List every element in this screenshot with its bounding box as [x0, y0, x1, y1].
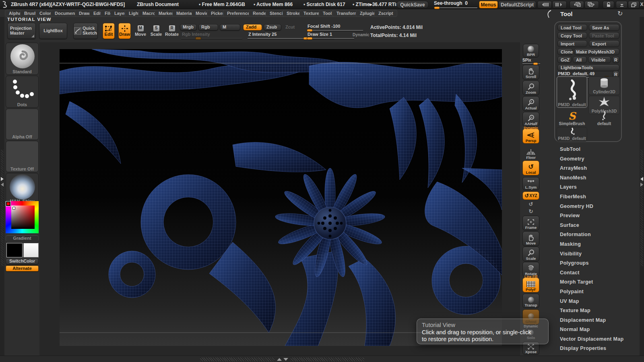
move-view-button[interactable]: Move [522, 231, 539, 246]
section-normal-map[interactable]: Normal Map [554, 325, 640, 335]
quicksave-button[interactable]: QuickSave [396, 1, 429, 8]
rotate-z-button[interactable]: ↻ [522, 208, 539, 215]
tray-open-arrow-right[interactable] [640, 177, 643, 181]
lock-button[interactable] [603, 1, 614, 8]
move-button[interactable]: M Move [134, 23, 147, 39]
menu-zscript[interactable]: Zscript [374, 10, 397, 17]
tool-thumb-simplebrush[interactable]: S SimpleBrush [557, 109, 587, 126]
copy-tool-button[interactable]: Copy Tool [557, 32, 587, 39]
left-tray-strip[interactable] [0, 17, 4, 356]
palette-reset-icon[interactable]: ↻ [617, 10, 623, 17]
bottom-tray-divider[interactable] [200, 358, 275, 361]
section-arraymesh[interactable]: ArrayMesh [554, 164, 640, 173]
section-deformation[interactable]: Deformation [554, 230, 640, 240]
rotate-y-button[interactable]: ↺ [522, 201, 539, 208]
tray-open-arrow[interactable] [1, 177, 4, 181]
focal-shift-slider[interactable]: Focal Shift -100 [307, 24, 363, 31]
tool-thumb-default[interactable]: default [588, 109, 620, 126]
scroll-button[interactable]: Scroll [522, 65, 539, 80]
see-through-slider[interactable]: See-through 0 [434, 0, 477, 8]
section-morph-target[interactable]: Morph Target [554, 278, 640, 287]
draw-size-slider[interactable]: Draw Size 1 [307, 32, 354, 39]
section-contact[interactable]: Contact [554, 268, 640, 278]
section-uv-map[interactable]: UV Map [554, 297, 640, 306]
local-button[interactable]: ↺ Local [522, 160, 539, 175]
sculpt-canvas[interactable] [60, 49, 502, 346]
lsym-button[interactable]: L.Sym [522, 177, 539, 190]
floor-button[interactable]: Floor [522, 145, 539, 160]
rgb-intensity-handle[interactable] [195, 37, 201, 40]
right-tray-strip[interactable] [640, 17, 644, 356]
tray-close-arrow-right[interactable] [640, 183, 643, 187]
scale-view-button[interactable]: Scale [522, 247, 539, 261]
current-alpha-tile[interactable]: Alpha Off [6, 109, 39, 140]
prev-window-button[interactable] [570, 1, 584, 8]
tray-close-arrow[interactable] [1, 183, 4, 187]
rgb-button[interactable]: Rgb [198, 24, 218, 31]
export-button[interactable]: Export [589, 40, 619, 47]
visible-button[interactable]: Visible [588, 56, 611, 63]
quick-sketch-button[interactable]: QuickSketch [73, 23, 98, 39]
section-layers[interactable]: Layers [554, 183, 640, 192]
section-nanomesh[interactable]: NanoMesh [554, 173, 640, 183]
tool-thumb-cylinder3d[interactable]: Cylinder3D [588, 76, 620, 95]
make-polymesh3d-button[interactable]: Make PolyMesh3D [574, 48, 619, 55]
bpr-button[interactable]: BPR [523, 44, 539, 58]
clone-button[interactable]: Clone [557, 48, 573, 55]
rgb-intensity-slider[interactable]: Rgb Intensity [181, 32, 242, 39]
switch-color-button[interactable]: SwitchColor [6, 258, 39, 265]
import-button[interactable]: Import [557, 40, 587, 47]
current-material-tile[interactable]: MAH_Shiny [6, 173, 39, 204]
transp-button[interactable]: Transp [522, 294, 539, 308]
gradient-button[interactable]: Gradient [6, 235, 39, 242]
tool-thumb-selected[interactable]: PM3D_default [557, 76, 587, 108]
section-displacement-map[interactable]: Displacement Map [554, 316, 640, 325]
menus-button[interactable]: Menus [479, 1, 498, 8]
color-picker[interactable] [6, 201, 39, 233]
section-masking[interactable]: Masking [554, 240, 640, 249]
current-texture-tile[interactable]: Texture Off [6, 141, 39, 172]
draw-button[interactable]: Draw [118, 23, 131, 39]
tray-up-arrow[interactable] [277, 358, 282, 361]
secondary-color-swatch[interactable] [23, 243, 39, 257]
next-doc-button[interactable] [552, 1, 567, 8]
xyz-button[interactable]: ↺ XYZ [522, 191, 539, 200]
zsub-button[interactable]: Zsub [264, 24, 281, 31]
draw-size-handle[interactable] [307, 37, 313, 40]
section-vector-displacement-map[interactable]: Vector Displacement Map [554, 335, 640, 344]
edit-button[interactable]: Edit [103, 23, 115, 39]
prev-doc-button[interactable] [537, 1, 552, 8]
section-subtool[interactable]: SubTool [554, 145, 640, 154]
save-as-button[interactable]: Save As [589, 24, 619, 31]
section-surface[interactable]: Surface [554, 221, 640, 230]
section-geometry-hd[interactable]: Geometry HD [554, 202, 640, 212]
zoom-button[interactable]: Zoom [522, 80, 539, 95]
next-window-button[interactable] [584, 1, 599, 8]
alternate-button[interactable]: Alternate [6, 265, 39, 272]
polyf-button[interactable]: PolyF [522, 278, 539, 292]
default-zscript-button[interactable]: DefaultZScript [498, 1, 536, 8]
current-brush-tile[interactable]: Standard [6, 43, 39, 75]
scale-button[interactable]: S Scale [150, 23, 163, 39]
section-texture-map[interactable]: Texture Map [554, 306, 640, 316]
projection-master-button[interactable]: Projection Master [7, 23, 36, 39]
tray-down-arrow[interactable] [283, 358, 288, 361]
see-through-handle[interactable] [434, 6, 440, 9]
all-button[interactable]: All [573, 56, 587, 63]
current-stroke-tile[interactable]: Dots [6, 76, 39, 108]
section-preview[interactable]: Preview [554, 211, 640, 221]
lightbox-tools-button[interactable]: Lightbox▸Tools [557, 64, 619, 71]
m-button[interactable]: M [220, 24, 240, 31]
section-polygroups[interactable]: Polygroups [554, 259, 640, 268]
close-button[interactable]: X [640, 1, 644, 8]
lightbox-button[interactable]: LightBox [39, 23, 67, 39]
section-display-properties[interactable]: Display Properties [554, 344, 640, 354]
actual-button[interactable]: Actual [522, 96, 539, 111]
focal-shift-handle[interactable] [307, 29, 313, 32]
restore-button[interactable] [628, 1, 640, 8]
section-visibility[interactable]: Visibility [554, 249, 640, 259]
section-geometry[interactable]: Geometry [554, 154, 640, 164]
section-fibermesh[interactable]: FiberMesh [554, 192, 640, 202]
mrgb-button[interactable]: Mrgb [180, 24, 197, 31]
persp-button[interactable]: Persp [522, 129, 539, 144]
